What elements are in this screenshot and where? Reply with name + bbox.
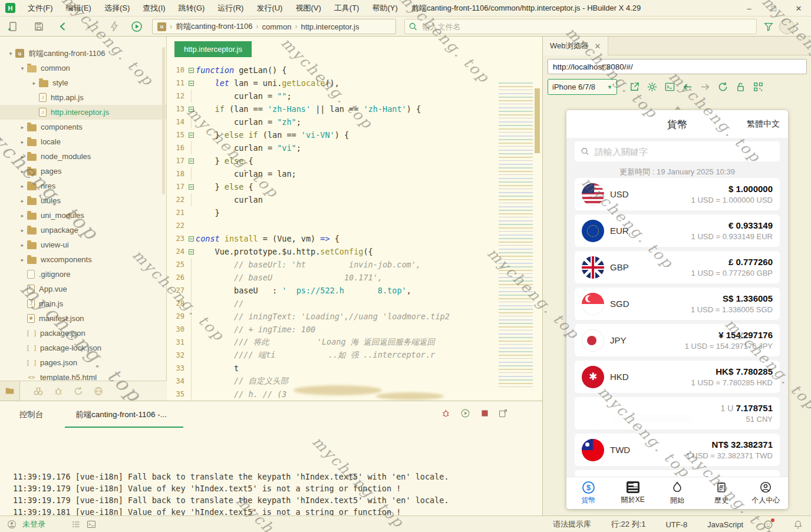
tree-item[interactable]: ▾common (0, 61, 166, 75)
debug-icon[interactable] (441, 408, 451, 419)
chevron-down-icon[interactable]: ▾ (18, 65, 27, 71)
outline-list-icon[interactable] (71, 520, 81, 529)
tree-item[interactable]: ▸ulules (0, 193, 166, 208)
tree-item[interactable]: ▸nres (0, 179, 166, 193)
fold-marker-icon[interactable] (186, 180, 196, 193)
explorer-tab-icon[interactable] (0, 381, 20, 401)
stop-icon[interactable] (480, 408, 490, 419)
url-input[interactable] (548, 59, 807, 74)
code-line[interactable]: 17 } else { (167, 154, 542, 167)
tree-item[interactable]: Jhttp.api.js (0, 90, 166, 105)
tree-item[interactable]: ▸style (0, 75, 166, 90)
chevron-right-icon[interactable]: ▸ (18, 257, 27, 263)
browser-tab[interactable]: Web浏览器 ✕ (543, 37, 608, 55)
chevron-right-icon[interactable]: ▸ (18, 242, 27, 248)
close-button[interactable]: ✕ (786, 0, 811, 16)
tree-item[interactable]: ▸pages (0, 164, 166, 179)
chevron-right-icon[interactable]: ▸ (18, 213, 27, 219)
tree-item[interactable]: [ ]package.json (0, 326, 166, 341)
code-line[interactable]: 21 } (167, 206, 542, 219)
search-binoculars-icon[interactable] (28, 381, 48, 401)
menu-item[interactable]: 文件(F) (21, 0, 60, 16)
menu-item[interactable]: 选择(S) (98, 0, 136, 16)
browser-back-icon[interactable] (682, 81, 693, 92)
code-line[interactable]: 13 if (lan == 'zh-Hans' || lan == 'zh-Ha… (167, 103, 542, 115)
browser-refresh-icon[interactable] (717, 81, 728, 92)
tab-about-xe[interactable]: 關於XE (611, 477, 655, 509)
back-button[interactable] (57, 21, 69, 32)
tree-item[interactable]: ✱manifest.json (0, 311, 166, 326)
breadcrumb-file[interactable]: http.interceptor.js (301, 22, 359, 31)
app-search-input[interactable] (594, 146, 774, 157)
unlock-icon[interactable] (735, 81, 746, 92)
url-bar[interactable] (548, 59, 807, 74)
menu-item[interactable]: 跳转(G) (172, 0, 212, 16)
new-file-button[interactable] (7, 21, 19, 32)
filter-icon[interactable] (763, 21, 774, 32)
fold-marker-icon[interactable] (186, 128, 196, 141)
feedback-icon[interactable] (763, 520, 773, 530)
cursor-position[interactable]: 行:22 列:1 (611, 519, 646, 530)
quick-run-icon[interactable] (108, 21, 120, 32)
fold-marker-icon[interactable] (186, 64, 196, 77)
app-search-bar[interactable] (575, 141, 780, 161)
fold-marker-icon[interactable] (186, 77, 196, 90)
currency-row[interactable]: HKD HK$ 7.780285 1 USD = 7.780285 HKD (575, 361, 780, 393)
close-tab-icon[interactable]: ✕ (595, 42, 601, 51)
code-line[interactable]: 33 t (167, 362, 542, 375)
qr-code-icon[interactable] (753, 81, 764, 92)
debug-bug-icon[interactable] (48, 381, 68, 401)
currency-row[interactable]: USD $ 1.000000 1 USD = 1.000000 USD (575, 178, 780, 210)
code-line[interactable]: 22 (167, 219, 542, 232)
minimize-button[interactable]: – (737, 0, 761, 16)
refresh-icon[interactable] (68, 381, 88, 401)
menu-item[interactable]: 运行(R) (211, 0, 250, 16)
tab-start[interactable]: 開始 (655, 477, 699, 509)
tree-item[interactable]: ▸components (0, 120, 166, 134)
code-line[interactable]: 16 curlan = "vi"; (167, 141, 542, 154)
currency-row[interactable]: 1 U 7.178751 51 CNY (575, 397, 780, 429)
code-line[interactable]: 28 // (167, 297, 542, 310)
tree-item[interactable]: VApp.vue (0, 282, 166, 296)
code-line[interactable]: 23const install = (Vue, vm) => { (167, 232, 542, 245)
editor-scrollbar[interactable] (535, 88, 540, 153)
code-line[interactable]: 12 curlan = ""; (167, 90, 542, 103)
language-switch[interactable]: 繁體中文 (747, 119, 780, 130)
encoding-label[interactable]: UTF-8 (665, 520, 687, 529)
currency-row[interactable]: SGD S$ 1.336005 1 USD = 1.336005 SGD (575, 288, 780, 320)
code-line[interactable]: 27 baseU : ' ps://522.h 8.top', (167, 284, 542, 297)
tree-item[interactable]: [ ]pages.json (0, 355, 166, 370)
tree-item[interactable]: ▸wxcomponents (0, 252, 166, 267)
chevron-right-icon[interactable]: ▸ (18, 168, 27, 174)
web-globe-icon[interactable] (88, 381, 108, 401)
fold-marker-icon[interactable] (186, 232, 196, 245)
code-line[interactable]: 14 curlan = "zh"; (167, 115, 542, 128)
tree-item[interactable]: Jmain.js (0, 296, 166, 311)
tree-item[interactable]: [ ]package-lock.json (0, 341, 166, 355)
minimap[interactable] (499, 82, 533, 389)
chevron-right-icon[interactable]: ▸ (18, 198, 27, 204)
tree-item[interactable]: ▾u前端canting-front-1106 (0, 46, 166, 61)
tab-profile[interactable]: 个人中心 (744, 477, 788, 509)
restart-icon[interactable] (460, 408, 471, 419)
breadcrumb-project[interactable]: 前端canting-front-1106 (176, 21, 253, 32)
settings-gear-icon[interactable] (647, 81, 658, 92)
menu-item[interactable]: 发行(U) (250, 0, 289, 16)
code-line[interactable]: 11 let lan = uni.getLocale(), (167, 77, 542, 90)
terminal-icon[interactable] (87, 520, 96, 529)
code-area[interactable]: 10function getLan() {11 let lan = uni.ge… (167, 64, 542, 401)
fold-marker-icon[interactable] (186, 103, 196, 115)
tab-currency[interactable]: 貨幣 (566, 477, 611, 509)
tree-item[interactable]: ▸locale (0, 134, 166, 149)
tab-history[interactable]: 歷史 (700, 477, 744, 509)
breadcrumb[interactable]: u › 前端canting-front-1106 › common › http… (152, 19, 396, 34)
code-line[interactable]: 26 // baseU 10.171', (167, 271, 542, 284)
code-line[interactable]: 24 Vue.prototype.$u.http.setConfig({ (167, 245, 542, 258)
menu-item[interactable]: 帮助(Y) (365, 0, 404, 16)
code-line[interactable]: 32 //// 端ti ..如 强 ..interceptor.r (167, 349, 542, 362)
tree-item[interactable]: ▸uview-ui (0, 237, 166, 252)
breadcrumb-folder[interactable]: common (262, 22, 292, 31)
chevron-down-icon[interactable]: ▾ (6, 51, 15, 57)
code-line[interactable]: 29 // iningText: 'Loading',//uang 'loadm… (167, 310, 542, 323)
open-external-icon[interactable] (629, 81, 640, 92)
